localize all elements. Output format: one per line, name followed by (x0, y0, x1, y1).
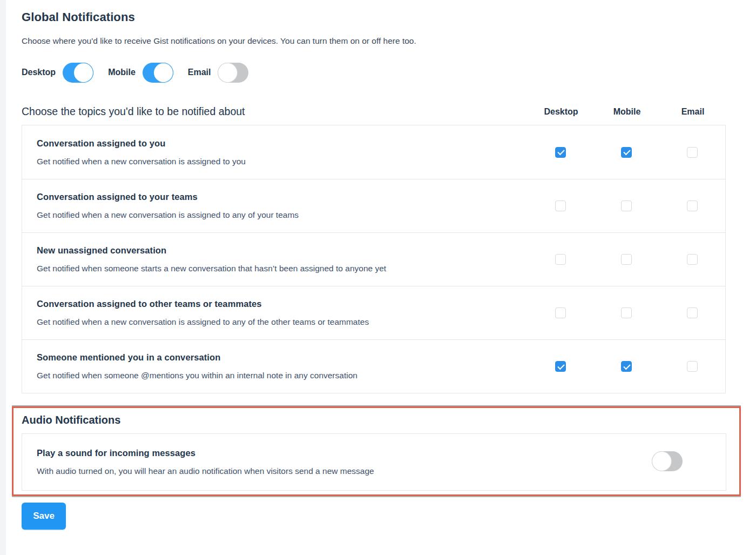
email-checkbox[interactable] (687, 254, 698, 265)
row-description: Get notified when a new conversation is … (37, 317, 522, 327)
toggle-knob (74, 63, 93, 82)
notification-settings-page: Global Notifications Choose where you'd … (22, 0, 726, 393)
row-text: New unassigned conversation Get notified… (22, 245, 528, 273)
email-checkbox[interactable] (687, 147, 698, 158)
global-device-toggles: Desktop Mobile Email (22, 62, 726, 83)
desktop-checkbox[interactable] (555, 254, 566, 265)
audio-sound-toggle[interactable] (652, 451, 683, 471)
desktop-checkbox[interactable] (555, 307, 566, 318)
table-row-someone-mentioned-you: Someone mentioned you in a conversation … (22, 339, 725, 393)
email-checkbox[interactable] (687, 361, 698, 372)
audio-toggle-cell (652, 451, 726, 473)
row-title: Conversation assigned to you (37, 138, 522, 149)
desktop-toggle[interactable] (63, 63, 93, 83)
row-description: Get notified when a new conversation is … (37, 157, 522, 166)
row-checkboxes (528, 361, 725, 372)
row-checkboxes (528, 307, 725, 318)
table-row-conversation-assigned-other-teams: Conversation assigned to other teams or … (22, 286, 725, 339)
row-title: Conversation assigned to your teams (37, 192, 522, 202)
toggle-knob (218, 63, 237, 82)
topics-section-title: Choose the topics you'd like to be notif… (22, 105, 528, 118)
email-checkbox[interactable] (687, 200, 698, 211)
row-title: Play a sound for incoming messages (37, 448, 646, 458)
email-toggle-label: Email (188, 68, 211, 77)
mobile-toggle[interactable] (143, 63, 173, 83)
row-checkboxes (528, 147, 725, 158)
mobile-checkbox[interactable] (621, 147, 632, 158)
save-button[interactable]: Save (22, 503, 66, 530)
mobile-checkbox[interactable] (621, 254, 632, 265)
audio-notifications-highlighted-section: Audio Notifications Play a sound for inc… (12, 406, 741, 496)
mobile-checkbox[interactable] (621, 200, 632, 211)
row-title: Someone mentioned you in a conversation (37, 352, 522, 363)
mobile-toggle-label: Mobile (108, 68, 136, 77)
mobile-checkbox[interactable] (621, 361, 632, 372)
mobile-checkbox[interactable] (621, 307, 632, 318)
row-text: Conversation assigned to other teams or … (22, 299, 528, 327)
desktop-toggle-group: Desktop (22, 63, 93, 83)
table-row-new-unassigned-conversation: New unassigned conversation Get notified… (22, 232, 725, 286)
row-text: Conversation assigned to your teams Get … (22, 192, 528, 220)
row-description: Get notified when someone starts a new c… (37, 264, 522, 273)
row-checkboxes (528, 254, 725, 265)
column-header-desktop: Desktop (528, 107, 594, 118)
row-title: Conversation assigned to other teams or … (37, 299, 522, 309)
audio-setting-row: Play a sound for incoming messages With … (22, 433, 726, 491)
column-header-email: Email (660, 107, 726, 118)
toggle-knob (154, 63, 173, 82)
email-toggle[interactable] (218, 63, 248, 83)
desktop-checkbox[interactable] (555, 147, 566, 158)
mobile-toggle-group: Mobile (108, 63, 173, 83)
topics-column-headers: Desktop Mobile Email (528, 107, 726, 118)
desktop-checkbox[interactable] (555, 200, 566, 211)
column-header-mobile: Mobile (594, 107, 660, 118)
topics-table: Conversation assigned to you Get notifie… (22, 125, 726, 393)
row-description: Get notified when someone @mentions you … (37, 371, 522, 380)
row-title: New unassigned conversation (37, 245, 522, 256)
row-text: Play a sound for incoming messages With … (22, 448, 652, 476)
row-description: With audio turned on, you will hear an a… (37, 466, 646, 476)
row-checkboxes (528, 200, 725, 211)
email-toggle-group: Email (188, 63, 249, 83)
email-checkbox[interactable] (687, 307, 698, 318)
save-row: Save (22, 503, 66, 530)
row-text: Someone mentioned you in a conversation … (22, 352, 528, 380)
topics-header: Choose the topics you'd like to be notif… (22, 105, 726, 118)
desktop-checkbox[interactable] (555, 361, 566, 372)
table-row-conversation-assigned-to-you: Conversation assigned to you Get notifie… (22, 125, 725, 179)
page-description: Choose where you'd like to receive Gist … (22, 36, 726, 46)
toggle-knob (652, 452, 671, 471)
desktop-toggle-label: Desktop (22, 68, 56, 77)
row-text: Conversation assigned to you Get notifie… (22, 138, 528, 166)
table-row-conversation-assigned-to-teams: Conversation assigned to your teams Get … (22, 179, 725, 232)
row-description: Get notified when a new conversation is … (37, 210, 522, 220)
page-title: Global Notifications (22, 10, 726, 24)
audio-section-title: Audio Notifications (22, 414, 739, 426)
page-left-edge (0, 0, 6, 555)
